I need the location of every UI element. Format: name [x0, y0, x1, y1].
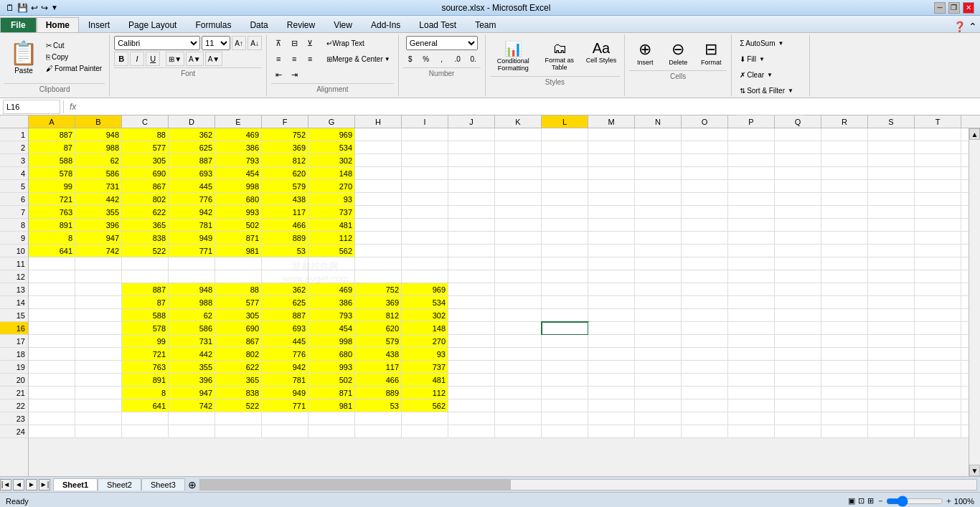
- cell-H11[interactable]: [355, 257, 402, 270]
- cell-U20[interactable]: [961, 374, 969, 387]
- cell-B13[interactable]: [75, 283, 122, 296]
- cell-M5[interactable]: [588, 180, 635, 193]
- cell-D11[interactable]: [169, 257, 215, 270]
- cell-D13[interactable]: 948: [169, 283, 215, 296]
- col-header-t[interactable]: T: [915, 115, 961, 128]
- cell-R1[interactable]: [821, 128, 868, 141]
- horizontal-scrollbar[interactable]: [199, 479, 977, 491]
- name-box[interactable]: [3, 100, 60, 114]
- cell-O12[interactable]: [682, 270, 728, 283]
- cell-C20[interactable]: 891: [122, 374, 169, 387]
- cell-R9[interactable]: [821, 232, 868, 245]
- italic-button[interactable]: I: [130, 52, 144, 66]
- underline-button[interactable]: U: [146, 52, 160, 66]
- cell-S22[interactable]: [868, 399, 915, 412]
- cell-B1[interactable]: 948: [75, 128, 122, 141]
- cell-P12[interactable]: [728, 270, 775, 283]
- quick-access-more[interactable]: ▼: [51, 4, 58, 11]
- cell-S6[interactable]: [868, 193, 915, 206]
- cell-P19[interactable]: [728, 361, 775, 374]
- cell-R24[interactable]: [821, 425, 868, 438]
- cell-G10[interactable]: 562: [308, 245, 355, 257]
- cell-G7[interactable]: 737: [308, 206, 355, 219]
- cell-U11[interactable]: [961, 257, 969, 270]
- cell-P13[interactable]: [728, 283, 775, 296]
- cell-N19[interactable]: [635, 361, 682, 374]
- cell-G6[interactable]: 93: [308, 193, 355, 206]
- cell-S7[interactable]: [868, 206, 915, 219]
- row-num-16[interactable]: 16: [0, 322, 28, 335]
- cell-C11[interactable]: [122, 257, 169, 270]
- cell-U12[interactable]: [961, 270, 969, 283]
- cell-C17[interactable]: 99: [122, 335, 169, 348]
- cell-I22[interactable]: 562: [402, 399, 448, 412]
- cell-A23[interactable]: [29, 412, 75, 425]
- formula-input[interactable]: [82, 100, 977, 114]
- cell-L12[interactable]: [542, 270, 588, 283]
- cell-R2[interactable]: [821, 141, 868, 154]
- fill-button[interactable]: ⬇ Fill ▼: [736, 52, 804, 66]
- cell-O15[interactable]: [682, 309, 728, 322]
- decrease-decimal-button[interactable]: 0.: [466, 52, 481, 66]
- cell-S2[interactable]: [868, 141, 915, 154]
- cell-T12[interactable]: [915, 270, 961, 283]
- cell-A21[interactable]: [29, 387, 75, 399]
- cell-L17[interactable]: [542, 335, 588, 348]
- cell-A16[interactable]: [29, 322, 75, 335]
- col-header-k[interactable]: K: [495, 115, 542, 128]
- cell-D18[interactable]: 442: [169, 348, 215, 361]
- cell-D19[interactable]: 355: [169, 361, 215, 374]
- tab-home[interactable]: Home: [37, 17, 79, 32]
- cell-styles-button[interactable]: Aa Cell Styles: [583, 37, 621, 75]
- cell-F1[interactable]: 752: [262, 128, 308, 141]
- sheet-tab-2[interactable]: Sheet2: [98, 478, 141, 491]
- cell-D1[interactable]: 362: [169, 128, 215, 141]
- cell-F10[interactable]: 53: [262, 245, 308, 257]
- cell-A11[interactable]: [29, 257, 75, 270]
- row-num-11[interactable]: 11: [0, 257, 28, 270]
- cell-E14[interactable]: 577: [215, 296, 262, 309]
- cell-M24[interactable]: [588, 425, 635, 438]
- cell-O21[interactable]: [682, 387, 728, 399]
- col-header-h[interactable]: H: [355, 115, 402, 128]
- align-left-button[interactable]: ≡: [271, 52, 286, 66]
- cell-B14[interactable]: [75, 296, 122, 309]
- cell-Q1[interactable]: [775, 128, 821, 141]
- cell-E11[interactable]: [215, 257, 262, 270]
- cell-H24[interactable]: [355, 425, 402, 438]
- cell-M11[interactable]: [588, 257, 635, 270]
- cell-I2[interactable]: [402, 141, 448, 154]
- cell-F8[interactable]: 466: [262, 219, 308, 232]
- cell-L7[interactable]: [542, 206, 588, 219]
- cell-C5[interactable]: 867: [122, 180, 169, 193]
- cell-K19[interactable]: [495, 361, 542, 374]
- cell-S12[interactable]: [868, 270, 915, 283]
- cell-C10[interactable]: 522: [122, 245, 169, 257]
- cell-A5[interactable]: 99: [29, 180, 75, 193]
- cell-A14[interactable]: [29, 296, 75, 309]
- col-header-s[interactable]: S: [868, 115, 915, 128]
- normal-view-button[interactable]: ▣: [848, 496, 855, 506]
- cell-N18[interactable]: [635, 348, 682, 361]
- cell-F20[interactable]: 781: [262, 374, 308, 387]
- format-painter-button[interactable]: 🖌 Format Painter: [43, 63, 105, 74]
- cell-M3[interactable]: [588, 154, 635, 167]
- cell-F6[interactable]: 438: [262, 193, 308, 206]
- cell-Q22[interactable]: [775, 399, 821, 412]
- cell-I5[interactable]: [402, 180, 448, 193]
- cell-D10[interactable]: 771: [169, 245, 215, 257]
- cell-M19[interactable]: [588, 361, 635, 374]
- cell-J8[interactable]: [448, 219, 495, 232]
- cell-J4[interactable]: [448, 167, 495, 180]
- cell-C19[interactable]: 763: [122, 361, 169, 374]
- cell-Q5[interactable]: [775, 180, 821, 193]
- cell-S16[interactable]: [868, 322, 915, 335]
- cell-O18[interactable]: [682, 348, 728, 361]
- cell-B24[interactable]: [75, 425, 122, 438]
- cell-M22[interactable]: [588, 399, 635, 412]
- cell-T16[interactable]: [915, 322, 961, 335]
- cell-F4[interactable]: 620: [262, 167, 308, 180]
- insert-button[interactable]: ⊕ Insert: [629, 37, 661, 69]
- row-num-9[interactable]: 9: [0, 232, 28, 245]
- cell-T14[interactable]: [915, 296, 961, 309]
